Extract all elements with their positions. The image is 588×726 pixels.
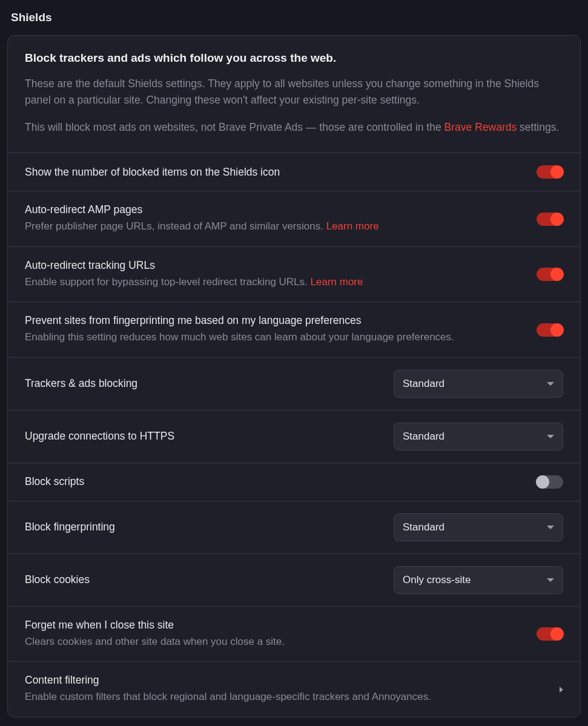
select-value: Only cross-site — [403, 574, 471, 586]
learn-more-link[interactable]: Learn more — [311, 276, 363, 288]
page-title: Shields — [7, 6, 581, 35]
toggle-knob — [550, 268, 564, 281]
chevron-right-icon — [560, 687, 563, 693]
select-value: Standard — [403, 431, 444, 442]
toggle-knob — [550, 323, 564, 337]
row-sub: Clears cookies and other site data when … — [25, 634, 526, 650]
row-trackers-ads-blocking: Trackers & ads blocking Standard — [8, 358, 580, 411]
toggle-auto-redirect-tracking-urls[interactable] — [537, 268, 563, 281]
caret-down-icon — [547, 382, 554, 386]
row-label: Show the number of blocked items on the … — [25, 166, 526, 179]
row-label: Block scripts — [25, 475, 526, 488]
row-fingerprint-language: Prevent sites from fingerprinting me bas… — [8, 302, 580, 358]
toggle-fingerprint-language[interactable] — [537, 323, 563, 337]
row-label: Upgrade connections to HTTPS — [25, 430, 383, 443]
row-label: Auto-redirect tracking URLs — [25, 259, 526, 272]
row-label: Trackers & ads blocking — [25, 377, 383, 390]
caret-down-icon — [547, 526, 554, 529]
row-sub: Enabling this setting reduces how much w… — [25, 329, 526, 345]
select-trackers-ads-blocking[interactable]: Standard — [394, 370, 563, 398]
toggle-block-scripts[interactable] — [537, 475, 563, 489]
select-block-fingerprinting[interactable]: Standard — [394, 513, 563, 541]
select-value: Standard — [403, 378, 444, 389]
toggle-show-blocked-count[interactable] — [537, 165, 563, 179]
intro-section: Block trackers and ads which follow you … — [8, 36, 580, 153]
toggle-knob — [536, 475, 549, 489]
row-auto-redirect-tracking-urls: Auto-redirect tracking URLs Enable suppo… — [8, 247, 580, 303]
toggle-knob — [550, 213, 564, 226]
row-forget-me: Forget me when I close this site Clears … — [8, 607, 580, 662]
row-upgrade-https: Upgrade connections to HTTPS Standard — [8, 411, 580, 463]
toggle-knob — [550, 165, 564, 179]
intro-desc2-pre: This will block most ads on websites, no… — [25, 121, 444, 133]
toggle-auto-redirect-amp[interactable] — [537, 213, 563, 226]
row-label: Content filtering — [25, 674, 549, 687]
row-label: Block cookies — [25, 573, 383, 586]
intro-description-2: This will block most ads on websites, no… — [25, 119, 563, 136]
row-label: Prevent sites from fingerprinting me bas… — [25, 314, 526, 327]
row-auto-redirect-amp: Auto-redirect AMP pages Prefer publisher… — [8, 191, 580, 247]
toggle-knob — [550, 627, 564, 641]
row-block-fingerprinting: Block fingerprinting Standard — [8, 501, 580, 554]
row-content-filtering[interactable]: Content filtering Enable custom filters … — [8, 662, 580, 717]
row-sub-text: Prefer publisher page URLs, instead of A… — [25, 220, 326, 232]
intro-heading: Block trackers and ads which follow you … — [25, 51, 563, 65]
toggle-forget-me[interactable] — [537, 627, 563, 641]
shields-card: Block trackers and ads which follow you … — [7, 35, 581, 718]
intro-desc2-post: settings. — [517, 121, 559, 133]
row-sub: Enable custom filters that block regiona… — [25, 689, 549, 705]
select-value: Standard — [403, 521, 444, 533]
intro-description: These are the default Shields settings. … — [25, 76, 563, 108]
caret-down-icon — [547, 578, 554, 582]
select-upgrade-https[interactable]: Standard — [394, 423, 563, 450]
row-label: Forget me when I close this site — [25, 619, 526, 632]
learn-more-link[interactable]: Learn more — [326, 220, 379, 232]
row-sub: Enable support for bypassing top-level r… — [25, 274, 526, 290]
caret-down-icon — [547, 435, 554, 438]
row-block-cookies: Block cookies Only cross-site — [8, 554, 580, 607]
row-label: Block fingerprinting — [25, 521, 383, 533]
row-label: Auto-redirect AMP pages — [25, 203, 526, 216]
select-block-cookies[interactable]: Only cross-site — [394, 566, 563, 594]
row-block-scripts: Block scripts — [8, 463, 580, 501]
row-sub-text: Enable support for bypassing top-level r… — [25, 276, 311, 288]
row-sub: Prefer publisher page URLs, instead of A… — [25, 219, 526, 234]
row-show-blocked-count: Show the number of blocked items on the … — [8, 153, 580, 191]
brave-rewards-link[interactable]: Brave Rewards — [444, 121, 517, 133]
